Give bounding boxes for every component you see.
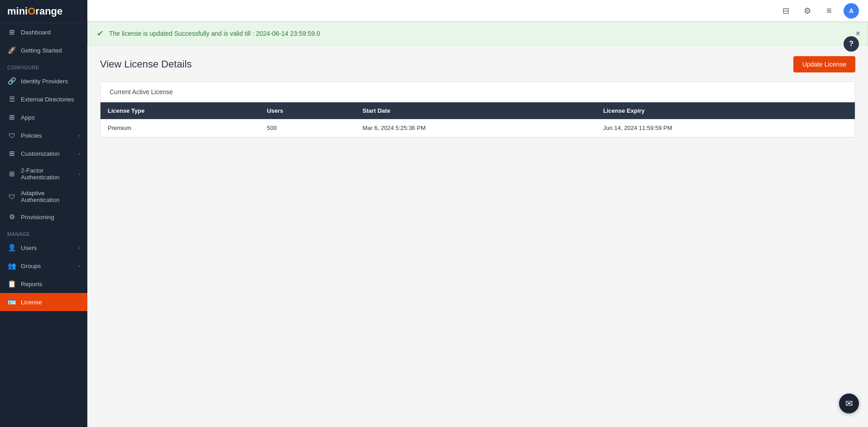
sidebar-item-policies[interactable]: 🛡Policies› [0, 126, 87, 144]
section-label-configure-label: Configure [0, 59, 87, 72]
table-header-row: License Type Users Start Date License Ex… [100, 102, 855, 119]
sidebar-item-external-directories[interactable]: ☰External Directories [0, 90, 87, 108]
sidebar-item-license[interactable]: 🪪License [0, 293, 87, 311]
groups-icon: 👥 [7, 261, 16, 270]
section-label-manage-label: Manage [0, 226, 87, 239]
col-start-date: Start Date [355, 102, 596, 119]
getting-started-icon: 🚀 [7, 46, 16, 55]
alert-close-button[interactable]: × [855, 29, 860, 38]
2fa-chevron: › [78, 171, 80, 177]
sidebar-item-2fa[interactable]: ⊞2-Factor Authentication› [0, 163, 87, 185]
success-alert: ✔ The license is updated Successfully an… [87, 22, 868, 45]
reports-label: Reports [21, 281, 80, 288]
settings-icon[interactable]: ⚙ [800, 4, 815, 18]
groups-chevron: › [78, 263, 80, 269]
page-title: View License Details [100, 58, 192, 70]
col-license-expiry: License Expiry [596, 102, 855, 119]
users-icon: 👤 [7, 243, 16, 252]
logo: miniOrange [7, 5, 62, 17]
cell-license_expiry: Jun 14, 2024 11:59:59 PM [596, 119, 855, 137]
sidebar-item-dashboard[interactable]: ⊞Dashboard [0, 23, 87, 41]
provisioning-label: Provisioning [21, 214, 80, 221]
identity-providers-label: Identity Providers [21, 78, 80, 85]
nav-container: ⊞Dashboard🚀Getting StartedConfigure🔗Iden… [0, 23, 87, 311]
content-area: ✔ The license is updated Successfully an… [87, 22, 868, 427]
identity-providers-icon: 🔗 [7, 77, 16, 86]
license-card-header: Current Active License [100, 82, 855, 102]
policies-icon: 🛡 [7, 131, 16, 140]
2fa-label: 2-Factor Authentication [21, 167, 78, 181]
chat-button[interactable]: ✉ [839, 393, 859, 413]
users-chevron: › [78, 245, 80, 250]
apps-label: Apps [21, 114, 80, 121]
sidebar-item-apps[interactable]: ⊞Apps [0, 108, 87, 126]
customization-label: Customization [21, 150, 78, 157]
cell-users: 500 [260, 119, 355, 137]
groups-label: Groups [21, 263, 78, 269]
adaptive-auth-icon: 🛡 [7, 192, 16, 201]
license-card: Current Active License License Type User… [100, 82, 855, 138]
apps-icon: ⊞ [7, 113, 16, 122]
avatar[interactable]: A [844, 3, 859, 19]
getting-started-label: Getting Started [21, 47, 80, 54]
sidebar-item-provisioning[interactable]: ⚙Provisioning [0, 208, 87, 226]
help-button[interactable]: ? [844, 36, 859, 52]
col-users: Users [260, 102, 355, 119]
check-icon: ✔ [97, 29, 104, 38]
sidebar: miniOrange ⊞Dashboard🚀Getting StartedCon… [0, 0, 87, 427]
cell-start_date: Mar 6, 2024 5:25:36 PM [355, 119, 596, 137]
sidebar-item-customization[interactable]: ⊞Customization› [0, 144, 87, 163]
dashboard-icon: ⊞ [7, 28, 16, 37]
policies-chevron: › [78, 133, 80, 138]
col-license-type: License Type [100, 102, 260, 119]
sidebar-item-identity-providers[interactable]: 🔗Identity Providers [0, 72, 87, 90]
provisioning-icon: ⚙ [7, 212, 16, 221]
alert-message: The license is updated Successfully and … [109, 30, 320, 37]
logo-area[interactable]: miniOrange [0, 0, 87, 23]
table-row: Premium500Mar 6, 2024 5:25:36 PMJun 14, … [100, 119, 855, 137]
external-directories-icon: ☰ [7, 95, 16, 104]
license-label: License [21, 299, 80, 306]
split-screen-icon[interactable]: ⊟ [778, 4, 793, 18]
customization-chevron: › [78, 151, 80, 156]
adaptive-auth-label: Adaptive Authentication [21, 190, 80, 203]
page-header: View License Details Update License [100, 56, 855, 72]
hamburger-icon[interactable]: ≡ [822, 4, 836, 18]
topbar: ⊟ ⚙ ≡ A [87, 0, 868, 22]
policies-label: Policies [21, 132, 78, 139]
sidebar-item-getting-started[interactable]: 🚀Getting Started [0, 41, 87, 59]
table-header: License Type Users Start Date License Ex… [100, 102, 855, 119]
dashboard-label: Dashboard [21, 29, 80, 36]
page-body: View License Details Update License Curr… [87, 45, 868, 149]
external-directories-label: External Directories [21, 96, 80, 103]
cell-license_type: Premium [100, 119, 260, 137]
main-content: ⊟ ⚙ ≡ A ✔ The license is updated Success… [87, 0, 868, 427]
license-icon: 🪪 [7, 297, 16, 307]
license-table: License Type Users Start Date License Ex… [100, 102, 855, 137]
sidebar-item-adaptive-auth[interactable]: 🛡Adaptive Authentication [0, 185, 87, 208]
update-license-button[interactable]: Update License [793, 56, 855, 72]
customization-icon: ⊞ [7, 149, 16, 158]
users-label: Users [21, 245, 78, 251]
table-body: Premium500Mar 6, 2024 5:25:36 PMJun 14, … [100, 119, 855, 137]
sidebar-item-groups[interactable]: 👥Groups› [0, 257, 87, 275]
reports-icon: 📋 [7, 279, 16, 288]
sidebar-item-reports[interactable]: 📋Reports [0, 275, 87, 293]
2fa-icon: ⊞ [7, 169, 16, 178]
sidebar-item-users[interactable]: 👤Users› [0, 239, 87, 257]
